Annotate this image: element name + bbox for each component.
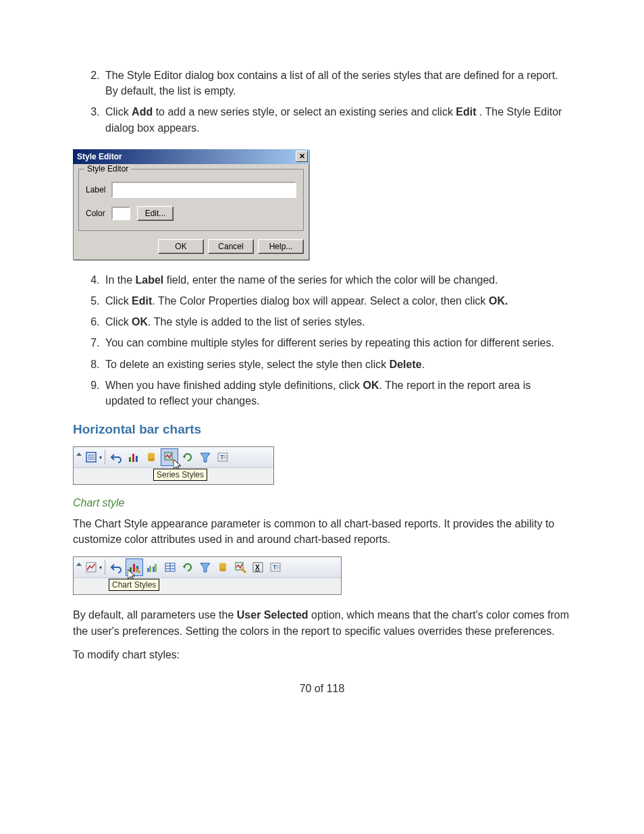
- label-input[interactable]: [111, 182, 296, 198]
- refresh-icon[interactable]: [180, 449, 196, 465]
- para-modify-intro: To modify chart styles:: [73, 647, 571, 662]
- style-editor-group: Style Editor Label Color Edit...: [78, 169, 304, 231]
- series-styles-icon[interactable]: [161, 448, 178, 466]
- list-icon[interactable]: [83, 449, 99, 465]
- page-number: 70 of 118: [73, 683, 571, 695]
- help-button[interactable]: Help...: [258, 239, 304, 254]
- bar-chart-icon[interactable]: [126, 449, 142, 465]
- style-editor-dialog: Style Editor ✕ Style Editor Label Color …: [73, 149, 309, 260]
- svg-text:T: T: [220, 454, 224, 461]
- instruction-list-a: The Style Editor dialog box contains a l…: [73, 68, 571, 136]
- separator: [105, 450, 105, 465]
- toolbar-handle[interactable]: [76, 449, 80, 465]
- step-4: In the Label field, enter the name of th…: [103, 272, 571, 288]
- line-chart-icon[interactable]: [83, 559, 99, 575]
- close-button[interactable]: ✕: [296, 151, 308, 162]
- grouped-bar-icon[interactable]: [144, 559, 161, 575]
- group-title: Style Editor: [84, 164, 131, 174]
- step-2: The Style Editor dialog box contains a l…: [103, 68, 571, 99]
- dropdown-icon[interactable]: ▾: [99, 565, 102, 571]
- instruction-list-b: In the Label field, enter the name of th…: [73, 272, 571, 409]
- step-3: Click Add to add a new series style, or …: [103, 104, 571, 135]
- dialog-titlebar: Style Editor ✕: [73, 149, 309, 164]
- dialog-title: Style Editor: [77, 152, 122, 161]
- svg-point-34: [219, 569, 226, 571]
- document-page: The Style Editor dialog box contains a l…: [0, 0, 644, 834]
- tooltip-chart-styles: Chart Styles: [109, 579, 159, 591]
- cylinder-icon[interactable]: [215, 559, 231, 575]
- undo-icon[interactable]: [108, 449, 124, 465]
- ok-button[interactable]: OK: [158, 239, 204, 254]
- svg-rect-19: [130, 567, 132, 572]
- text-box-icon[interactable]: T: [267, 559, 284, 575]
- x-box-icon[interactable]: X: [250, 559, 266, 575]
- svg-rect-4: [129, 457, 131, 462]
- toolbar-handle[interactable]: [76, 559, 80, 575]
- svg-marker-31: [200, 563, 210, 572]
- step-7: You can combine multiple styles for diff…: [103, 335, 571, 350]
- filter-icon[interactable]: [197, 449, 213, 465]
- svg-rect-24: [153, 567, 155, 572]
- close-icon: ✕: [299, 153, 305, 160]
- chart-styles-icon[interactable]: [126, 558, 143, 576]
- cancel-button[interactable]: Cancel: [208, 239, 254, 254]
- separator: [105, 560, 105, 575]
- tooltip-series-styles: Series Styles: [153, 469, 207, 481]
- series-styles-icon[interactable]: [232, 559, 248, 575]
- svg-text:T: T: [273, 564, 277, 571]
- svg-rect-22: [147, 568, 149, 572]
- label-label: Label: [86, 185, 111, 194]
- text-box-icon[interactable]: T: [215, 449, 231, 465]
- color-swatch[interactable]: [111, 207, 130, 220]
- dropdown-icon[interactable]: ▾: [99, 454, 102, 461]
- undo-icon[interactable]: [108, 559, 124, 575]
- svg-rect-25: [155, 564, 157, 572]
- step-6: Click OK. The style is added to the list…: [103, 314, 571, 330]
- section-heading: Horizontal bar charts: [73, 422, 571, 437]
- para-user-selected: By default, all parameters use the User …: [73, 607, 571, 638]
- toolbar-chart-style: ▾: [73, 556, 342, 595]
- subsection-heading: Chart style: [73, 497, 571, 509]
- svg-rect-20: [133, 564, 135, 572]
- svg-point-9: [148, 459, 155, 461]
- svg-marker-30: [183, 566, 186, 569]
- toolbar-horizontal-bar: ▾: [73, 446, 274, 485]
- step-8: To delete an existing series style, sele…: [103, 357, 571, 372]
- svg-text:X: X: [255, 564, 260, 571]
- cylinder-icon[interactable]: [143, 449, 159, 465]
- color-label: Color: [86, 209, 111, 218]
- para-chart-style: The Chart Style appearance parameter is …: [73, 516, 571, 547]
- svg-marker-12: [200, 453, 210, 462]
- filter-icon[interactable]: [197, 559, 213, 575]
- svg-marker-11: [183, 456, 186, 459]
- svg-rect-6: [136, 456, 138, 462]
- svg-rect-23: [149, 566, 151, 572]
- edit-color-button[interactable]: Edit...: [137, 206, 173, 221]
- table-icon[interactable]: [162, 559, 178, 575]
- step-9: When you have finished adding style defi…: [103, 377, 571, 409]
- svg-rect-5: [132, 454, 134, 462]
- refresh-icon[interactable]: [180, 559, 196, 575]
- step-5: Click Edit. The Color Properties dialog …: [103, 293, 571, 309]
